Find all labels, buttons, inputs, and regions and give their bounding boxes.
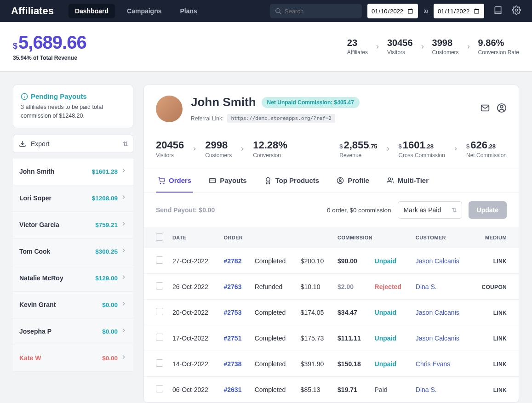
table-row: 26-Oct-2022 #2763 Refunded $10.10 $2.00 … [144, 274, 519, 300]
cell-customer[interactable]: Jason Calcanis [411, 300, 471, 325]
cell-order[interactable]: #2753 [219, 300, 250, 325]
cell-order[interactable]: #2751 [219, 325, 250, 351]
referral-url[interactable]: https://demo.storeapps.org/?ref=2 [227, 114, 335, 123]
kpi-stat: 23Affiliates [347, 38, 368, 56]
cell-medium: LINK [471, 300, 519, 325]
update-button[interactable]: Update [469, 201, 507, 219]
profile-stat: 12.28%Conversion [253, 139, 287, 159]
nav-plans[interactable]: Plans [174, 4, 204, 18]
settings-icon[interactable] [512, 6, 521, 17]
svg-rect-12 [210, 178, 216, 182]
header-date: DATE [168, 227, 219, 248]
cell-commission: $111.11 [333, 325, 370, 351]
cell-customer[interactable]: Dina S. [411, 274, 471, 300]
chevron-updown-icon: ⇅ [452, 206, 457, 214]
cell-total: $391.90 [296, 351, 333, 377]
row-checkbox[interactable] [156, 385, 163, 392]
cell-date: 17-Oct-2022 [168, 325, 219, 351]
cell-customer[interactable]: Jason Calcanis [411, 248, 471, 274]
controls-row: Send Payout: $0.00 0 order, $0 commissio… [144, 193, 519, 227]
cell-medium: LINK [471, 377, 519, 403]
cell-commission: $150.18 [333, 351, 370, 377]
pending-payouts-card: Pending Payouts 3 affiliates needs to be… [13, 85, 133, 128]
cell-customer[interactable]: Dina S. [411, 377, 471, 403]
cell-payment-status: Unpaid [370, 325, 411, 351]
user-icon[interactable] [497, 103, 507, 115]
table-row: 27-Oct-2022 #2782 Completed $200.10 $90.… [144, 248, 519, 274]
nav-campaigns[interactable]: Campaigns [120, 4, 168, 18]
cell-order[interactable]: #2763 [219, 274, 250, 300]
row-checkbox[interactable] [156, 256, 163, 264]
svg-point-14 [266, 177, 270, 181]
cell-medium: COUPON [471, 274, 519, 300]
svg-line-1 [280, 12, 281, 14]
cell-payment-status: Unpaid [370, 300, 411, 325]
cell-order[interactable]: #2738 [219, 351, 250, 377]
tab-payouts[interactable]: Payouts [207, 169, 248, 193]
export-button[interactable]: Export ⇅ [13, 135, 133, 153]
tab-orders[interactable]: Orders [156, 169, 193, 193]
cell-medium: LINK [471, 248, 519, 274]
referral-label: Referral Link: [191, 115, 223, 122]
search-icon [275, 7, 282, 15]
send-payout-label[interactable]: Send Payout: $0.00 [156, 206, 215, 214]
date-to[interactable] [434, 4, 484, 18]
svg-point-2 [515, 9, 518, 11]
cell-status: Completed [250, 351, 296, 377]
logo: Affiliates [11, 5, 54, 17]
cell-date: 26-Oct-2022 [168, 274, 219, 300]
affiliate-row[interactable]: Victor Garcia$759.21 [13, 212, 133, 238]
date-from[interactable] [367, 4, 418, 18]
profile-stats: 20456Visitors2998Customers12.28%Conversi… [144, 133, 519, 169]
total-revenue: $ 5,689.66 [13, 32, 86, 53]
cell-order[interactable]: #2782 [219, 248, 250, 274]
affiliate-row[interactable]: Lori Soper$1208.09 [13, 185, 133, 212]
svg-point-17 [388, 178, 390, 180]
affiliate-row[interactable]: Josepha P$0.00 [13, 318, 133, 345]
mail-icon[interactable] [480, 103, 490, 115]
affiliate-row[interactable]: Natalie McRoy$129.00 [13, 265, 133, 292]
cell-customer[interactable]: Jason Calcanis [411, 325, 471, 351]
tab-profile[interactable]: Profile [335, 169, 371, 193]
profile-stat: 2998Customers [205, 139, 232, 159]
affiliate-list: John Smith$1601.28Lori Soper$1208.09Vict… [13, 159, 133, 372]
money-stat: $2,855.75Revenue [339, 139, 377, 159]
svg-point-9 [500, 106, 503, 108]
profile-header: John Smith Net Unpaid Commission: $405.4… [144, 85, 519, 133]
row-checkbox[interactable] [156, 359, 163, 367]
header-commission: COMMISSION [333, 227, 411, 248]
row-checkbox[interactable] [156, 308, 163, 315]
info-icon [21, 93, 28, 100]
search-input[interactable] [285, 8, 357, 15]
cell-date: 20-Oct-2022 [168, 300, 219, 325]
row-checkbox[interactable] [156, 334, 163, 341]
pending-payouts-title: Pending Payouts [21, 92, 126, 100]
mark-as-select[interactable]: Mark as Paid ⇅ [398, 201, 462, 219]
main-panel: John Smith Net Unpaid Commission: $405.4… [143, 85, 519, 403]
nav-dashboard[interactable]: Dashboard [69, 4, 115, 18]
header-order: ORDER [219, 227, 333, 248]
cell-customer[interactable]: Chris Evans [411, 351, 471, 377]
unpaid-commission-badge: Net Unpaid Commission: $405.47 [262, 97, 360, 108]
select-all-checkbox[interactable] [156, 233, 163, 241]
cell-status: Completed [250, 325, 296, 351]
cell-status: Completed [250, 377, 296, 403]
export-label: Export [31, 140, 49, 148]
row-checkbox[interactable] [156, 282, 163, 289]
docs-icon[interactable] [493, 6, 503, 17]
selection-summary: 0 order, $0 commission [327, 207, 391, 214]
affiliate-row[interactable]: John Smith$1601.28 [13, 159, 133, 185]
tab-top-products[interactable]: Top Products [263, 169, 321, 193]
tab-multi-tier[interactable]: Multi-Tier [385, 169, 430, 193]
affiliate-row[interactable]: Tom Cook$300.25 [13, 238, 133, 265]
profile-stat: 20456Visitors [156, 139, 184, 159]
header-customer: CUSTOMER [411, 227, 471, 248]
cell-status: Completed [250, 248, 296, 274]
kpi-bar: $ 5,689.66 35.94% of Total Revenue 23Aff… [0, 22, 532, 72]
affiliate-row[interactable]: Kate W$0.00 [13, 345, 133, 372]
search-wrapper[interactable] [270, 4, 362, 18]
kpi-stat: 3998Customers [432, 38, 459, 56]
cell-commission: $19.71 [333, 377, 370, 403]
affiliate-row[interactable]: Kevin Grant$0.00 [13, 292, 133, 318]
cell-order[interactable]: #2631 [219, 377, 250, 403]
